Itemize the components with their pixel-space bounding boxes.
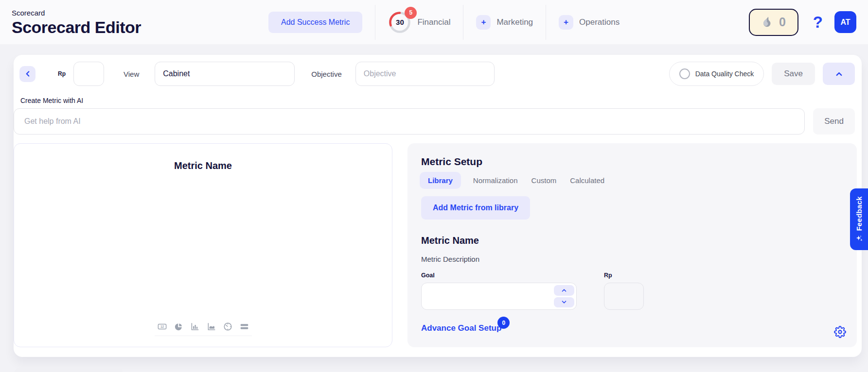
goal-stepper-buttons <box>554 285 574 307</box>
settings-button[interactable] <box>834 326 846 339</box>
ai-assist-row: Send <box>14 108 862 135</box>
header: Scorecard Scorecard Editor Add Success M… <box>0 0 868 44</box>
goal-stepper <box>421 283 577 310</box>
add-metric-from-library-button[interactable]: Add Metric from library <box>421 196 530 220</box>
objective-input[interactable] <box>355 62 495 86</box>
send-button[interactable]: Send <box>813 108 855 135</box>
tab-custom[interactable]: Custom <box>531 176 557 185</box>
editor-toolbar: Rp View Objective Data Quality Check Sav… <box>14 55 862 86</box>
metric-setup-tabs: Library Normalization Custom Calculated <box>421 176 843 185</box>
feedback-label: Feedback <box>855 196 863 231</box>
view-input[interactable] <box>155 62 295 86</box>
data-quality-check-toggle[interactable]: Data Quality Check <box>669 62 764 86</box>
view-label: View <box>124 70 139 78</box>
save-button[interactable]: Save <box>772 63 815 85</box>
streak-counter[interactable]: 0 <box>749 9 798 36</box>
tab-marketing[interactable]: + Marketing <box>476 15 533 30</box>
add-marketing-metric-button[interactable]: + <box>476 15 491 30</box>
page-title: Scorecard Editor <box>12 18 268 37</box>
advance-goal-setup-link[interactable]: Advance Goal Setup 0 <box>421 323 501 333</box>
flame-icon <box>762 16 775 29</box>
stacked-rows-icon[interactable] <box>240 322 249 331</box>
advance-goal-setup-label: Advance Goal Setup <box>421 323 501 333</box>
bar-chart-icon[interactable] <box>190 322 199 331</box>
advance-goal-badge: 0 <box>497 317 510 329</box>
collapse-button[interactable] <box>823 63 855 85</box>
goal-fields-row: Goal <box>421 272 843 310</box>
tab-operations[interactable]: + Operations <box>559 15 620 30</box>
ai-help-input[interactable] <box>14 108 805 135</box>
breadcrumb: Scorecard <box>12 9 268 17</box>
chevron-up-icon <box>834 69 844 79</box>
data-quality-check-label: Data Quality Check <box>695 70 754 78</box>
metric-description-text: Metric Description <box>421 255 843 263</box>
area-chart-icon[interactable] <box>207 322 216 331</box>
streak-count: 0 <box>779 15 786 29</box>
divider <box>375 5 375 40</box>
chevron-down-icon <box>561 299 567 305</box>
divider <box>546 5 546 40</box>
rp-input[interactable] <box>73 62 104 86</box>
metric-name-heading: Metric Name <box>421 235 843 246</box>
tab-marketing-label: Marketing <box>496 17 533 27</box>
rp-unit-input[interactable] <box>604 283 644 310</box>
metric-setup-title: Metric Setup <box>421 156 843 168</box>
tab-normalization[interactable]: Normalization <box>473 176 518 185</box>
gear-icon <box>834 326 846 338</box>
goal-input[interactable] <box>421 283 577 310</box>
avatar[interactable]: AT <box>834 11 856 33</box>
title-block: Scorecard Scorecard Editor <box>12 8 268 37</box>
goal-label: Goal <box>421 272 577 279</box>
chevron-up-icon <box>561 287 567 294</box>
next-section-card <box>14 368 124 372</box>
create-metric-ai-label: Create Metric with AI <box>20 97 862 104</box>
goal-increment-button[interactable] <box>554 285 574 296</box>
divider <box>155 336 252 336</box>
rp-label: Rp <box>604 272 644 279</box>
rp-label: Rp <box>58 70 66 77</box>
tab-operations-label: Operations <box>579 17 620 27</box>
metric-preview-card: Metric Name 12 <box>14 143 392 347</box>
tab-financial[interactable]: 30 5 Financial <box>388 11 450 34</box>
chart-type-picker: 12 <box>14 322 392 331</box>
goal-decrement-button[interactable] <box>554 297 574 308</box>
gauge-icon[interactable] <box>223 322 232 331</box>
content-row: Metric Name 12 <box>14 143 862 347</box>
editor-card: Rp View Objective Data Quality Check Sav… <box>14 55 862 357</box>
tab-library[interactable]: Library <box>420 172 461 189</box>
back-button[interactable] <box>19 66 35 82</box>
help-button[interactable]: ? <box>813 13 823 32</box>
svg-text:12: 12 <box>160 325 164 328</box>
rp-field-group: Rp <box>604 272 644 310</box>
metric-setup-panel: Metric Setup Library Normalization Custo… <box>407 143 857 347</box>
add-operations-metric-button[interactable]: + <box>559 15 573 30</box>
tab-calculated[interactable]: Calculated <box>570 176 604 185</box>
number-card-icon[interactable]: 12 <box>158 322 167 331</box>
add-success-metric-button[interactable]: Add Success Metric <box>268 12 362 33</box>
sparkles-icon <box>855 235 863 242</box>
feedback-tab[interactable]: Feedback <box>850 188 868 250</box>
financial-score-gauge: 30 5 <box>388 11 411 34</box>
scorecard-editor-page: Scorecard Scorecard Editor Add Success M… <box>0 0 868 372</box>
objective-label: Objective <box>311 70 342 78</box>
tab-financial-label: Financial <box>417 17 450 27</box>
divider <box>463 5 463 40</box>
radio-circle-icon[interactable] <box>679 68 690 79</box>
goal-field-group: Goal <box>421 272 577 310</box>
metric-preview-title: Metric Name <box>14 160 392 171</box>
chevron-left-icon <box>23 69 32 78</box>
pie-chart-icon[interactable] <box>174 322 183 331</box>
financial-alert-badge: 5 <box>405 7 417 19</box>
